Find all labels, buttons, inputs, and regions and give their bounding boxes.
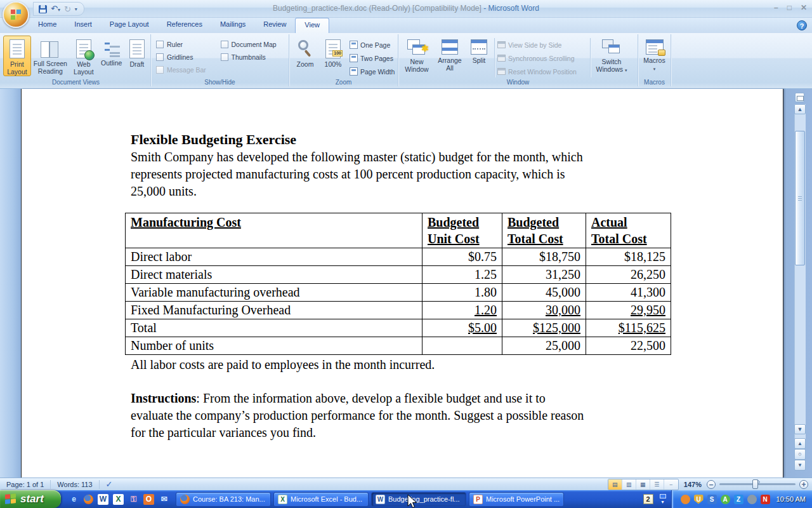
- checkbox-icon: [156, 66, 164, 74]
- tab-references[interactable]: References: [158, 18, 211, 33]
- page-width-button[interactable]: Page Width: [350, 66, 395, 77]
- document-page[interactable]: Flexible Budgeting Exercise Smith Compan…: [21, 89, 783, 478]
- taskbar-button-powerpoint[interactable]: PMicrosoft PowerPoint ...: [469, 492, 564, 507]
- table-cell: $115,625: [586, 319, 671, 337]
- table-header-cell: BudgetedUnit Cost: [422, 213, 502, 248]
- firefox-icon: [180, 495, 190, 504]
- tab-home[interactable]: Home: [29, 18, 65, 33]
- tab-page-layout[interactable]: Page Layout: [101, 18, 158, 33]
- outline-button[interactable]: Outline: [99, 36, 124, 76]
- zoom-100-button[interactable]: 100 100%: [320, 36, 346, 77]
- tray-shield-icon[interactable]: U: [694, 495, 704, 504]
- scroll-up-icon[interactable]: ▲: [794, 104, 806, 114]
- zoom-in-icon[interactable]: +: [799, 480, 808, 489]
- word-icon[interactable]: W: [98, 494, 108, 505]
- full-screen-reading-button[interactable]: Full ScreenReading: [32, 36, 69, 76]
- zoom-button[interactable]: Zoom: [291, 36, 319, 77]
- arrange-all-button[interactable]: ArrangeAll: [433, 36, 466, 80]
- two-pages-button[interactable]: Two Pages: [350, 53, 395, 64]
- taskbar-buttons: Course: BA 213: Man...XMicrosoft Excel -…: [176, 492, 564, 507]
- group-window: ✱ NewWindow ArrangeAll Split View Side b…: [398, 34, 638, 86]
- table-body: Direct labor$0.75$18,750$18,125Direct ma…: [126, 248, 671, 355]
- checkbox-ruler[interactable]: Ruler: [156, 38, 214, 51]
- zoom-slider: – +: [707, 480, 808, 489]
- messenger-icon[interactable]: ✉: [159, 494, 169, 505]
- close-button[interactable]: ✕: [801, 4, 807, 11]
- table-cell: Fixed Manufacturing Overhead: [126, 302, 422, 319]
- table-cell: $125,000: [502, 319, 586, 337]
- internet-explorer-icon[interactable]: e: [69, 494, 79, 505]
- word-icon: W: [376, 495, 385, 504]
- zoom-icon: [297, 39, 313, 58]
- select-browse-object-icon[interactable]: ○: [794, 449, 806, 460]
- zoom-level[interactable]: 147%: [684, 481, 702, 488]
- two-pages-icon: [350, 54, 358, 62]
- taskbar-button-firefox[interactable]: Course: BA 213: Man...: [176, 492, 271, 507]
- draft-button[interactable]: Draft: [126, 36, 148, 76]
- scroll-down-icon[interactable]: ▼: [794, 424, 806, 434]
- zoom-slider-thumb[interactable]: [752, 479, 758, 489]
- web-layout-button[interactable]: WebLayout: [70, 36, 98, 76]
- start-button[interactable]: start: [0, 490, 61, 508]
- zoom-out-icon[interactable]: –: [707, 480, 716, 489]
- zoom-slider-track[interactable]: [719, 483, 796, 485]
- reset-window-position-button: Reset Window Position: [497, 66, 587, 77]
- next-page-icon[interactable]: ▼: [794, 460, 806, 471]
- tray-norton-icon[interactable]: N: [761, 495, 770, 504]
- switch-windows-button[interactable]: SwitchWindows ▾: [593, 36, 630, 80]
- quick-launch-bar: eWX⚿O✉: [61, 494, 176, 505]
- firefox-icon[interactable]: [84, 495, 93, 504]
- macros-button[interactable]: Macros▾: [640, 36, 669, 74]
- status-bar: Page: 1 of 1 Words: 113 ✓ ▤ ▥ ▦ ☰ ⎯ 147%…: [0, 478, 812, 490]
- checkbox-icon[interactable]: [156, 41, 164, 48]
- office-logo-icon: [11, 10, 21, 20]
- page-indicator[interactable]: Page: 1 of 1: [0, 481, 50, 488]
- tab-insert[interactable]: Insert: [65, 18, 101, 33]
- proofing-status-icon[interactable]: ✓: [100, 479, 119, 489]
- help-icon[interactable]: ?: [797, 20, 807, 30]
- status-print-layout-icon[interactable]: ▤: [608, 479, 622, 490]
- taskbar-button-word[interactable]: WBudgeting_practice-fl...: [371, 492, 466, 507]
- restore-button[interactable]: □: [787, 4, 792, 11]
- checkbox-icon[interactable]: [221, 53, 228, 61]
- checkbox-document-map[interactable]: Document Map: [221, 38, 284, 51]
- excel-icon[interactable]: X: [113, 494, 124, 505]
- status-draft-icon[interactable]: ⎯: [664, 479, 678, 490]
- tray-skype-icon[interactable]: S: [707, 495, 717, 504]
- checkbox-icon[interactable]: [221, 41, 228, 48]
- document-area: Flexible Budgeting Exercise Smith Compan…: [0, 89, 812, 478]
- window-title: Budgeting_practice-flex.doc (Read-Only) …: [0, 4, 812, 13]
- tray-messenger-icon[interactable]: [681, 495, 690, 504]
- tab-review[interactable]: Review: [254, 18, 295, 33]
- tray-collapse-icon[interactable]: ▾: [660, 494, 666, 505]
- doc-paragraph: Smith Company has developed the followin…: [131, 149, 680, 200]
- key-icon[interactable]: ⚿: [128, 494, 139, 505]
- scrollbar-thumb[interactable]: [795, 131, 805, 265]
- one-page-button[interactable]: One Page: [350, 39, 395, 50]
- tray-antivirus-icon[interactable]: A: [721, 495, 730, 504]
- word-count[interactable]: Words: 113: [51, 481, 98, 488]
- taskbar-button-excel[interactable]: XMicrosoft Excel - Bud...: [273, 492, 369, 507]
- status-full-screen-icon[interactable]: ▥: [622, 479, 636, 490]
- status-web-layout-icon[interactable]: ▦: [636, 479, 650, 490]
- checkbox-gridlines[interactable]: Gridlines: [156, 51, 214, 64]
- print-layout-button[interactable]: PrintLayout: [3, 36, 31, 76]
- excel-icon: X: [278, 495, 287, 504]
- tab-view[interactable]: View: [295, 18, 329, 33]
- office-button[interactable]: [3, 1, 29, 28]
- print-layout-icon: [10, 39, 25, 58]
- checkbox-thumbnails[interactable]: Thumbnails: [221, 51, 284, 64]
- keyboard-layout-indicator[interactable]: 2: [643, 494, 653, 504]
- vertical-scrollbar[interactable]: ▲ ▼ ▲ ○ ▼: [794, 89, 806, 478]
- split-button[interactable]: Split: [466, 36, 492, 80]
- status-outline-icon[interactable]: ☰: [650, 479, 664, 490]
- previous-page-icon[interactable]: ▲: [794, 438, 806, 449]
- table-header-cell: BudgetedTotal Cost: [502, 213, 586, 248]
- tray-update-icon[interactable]: [747, 495, 757, 504]
- outlook-icon[interactable]: O: [143, 494, 154, 505]
- checkbox-icon[interactable]: [156, 53, 164, 61]
- tab-mailings[interactable]: Mailings: [211, 18, 254, 33]
- tray-zonealarm-icon[interactable]: Z: [734, 495, 743, 504]
- minimize-button[interactable]: –: [774, 4, 778, 11]
- new-window-button[interactable]: ✱ NewWindow: [400, 36, 433, 80]
